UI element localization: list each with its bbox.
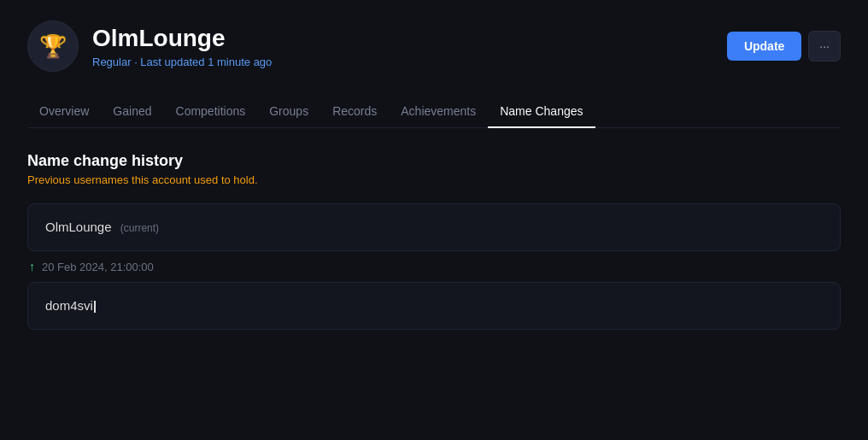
- more-dots-icon: ···: [819, 39, 830, 53]
- header-left: 🏆 OlmLounge Regular · Last updated 1 min…: [27, 21, 272, 72]
- tab-records[interactable]: Records: [320, 96, 389, 128]
- previous-username: dom4svi: [45, 298, 96, 313]
- header-actions: Update ···: [727, 31, 841, 62]
- current-name-card: OlmLounge (current): [27, 203, 841, 251]
- current-username: OlmLounge (current): [45, 220, 159, 234]
- tab-name-changes[interactable]: Name Changes: [488, 96, 595, 128]
- current-badge: (current): [120, 222, 159, 234]
- tab-achievements[interactable]: Achievements: [389, 96, 488, 128]
- page-container: 🏆 OlmLounge Regular · Last updated 1 min…: [0, 0, 868, 350]
- previous-name-card: dom4svi: [27, 282, 841, 330]
- update-button[interactable]: Update: [727, 32, 801, 61]
- more-options-button[interactable]: ···: [808, 31, 841, 62]
- section-title: Name change history: [27, 152, 841, 170]
- transition-date: 20 Feb 2024, 21:00:00: [42, 261, 154, 273]
- trophy-icon: 🏆: [39, 33, 67, 60]
- section-subtitle: Previous usernames this account used to …: [27, 173, 841, 186]
- tab-groups[interactable]: Groups: [257, 96, 320, 128]
- avatar: 🏆: [27, 21, 79, 72]
- header: 🏆 OlmLounge Regular · Last updated 1 min…: [27, 21, 841, 72]
- subtitle-dynamic: 1 minute ago: [208, 56, 272, 68]
- subtitle-static: Regular · Last updated: [92, 56, 208, 68]
- header-subtitle: Regular · Last updated 1 minute ago: [92, 56, 272, 68]
- header-info: OlmLounge Regular · Last updated 1 minut…: [92, 24, 272, 68]
- text-cursor: [94, 301, 96, 313]
- up-arrow-icon: ↑: [29, 260, 35, 273]
- tab-competitions[interactable]: Competitions: [164, 96, 258, 128]
- nav-tabs: Overview Gained Competitions Groups Reco…: [27, 96, 841, 128]
- profile-name: OlmLounge: [92, 24, 272, 53]
- tab-gained[interactable]: Gained: [101, 96, 163, 128]
- transition-row: ↑ 20 Feb 2024, 21:00:00: [27, 251, 841, 282]
- content-area: Name change history Previous usernames t…: [27, 152, 841, 330]
- tab-overview[interactable]: Overview: [27, 96, 101, 128]
